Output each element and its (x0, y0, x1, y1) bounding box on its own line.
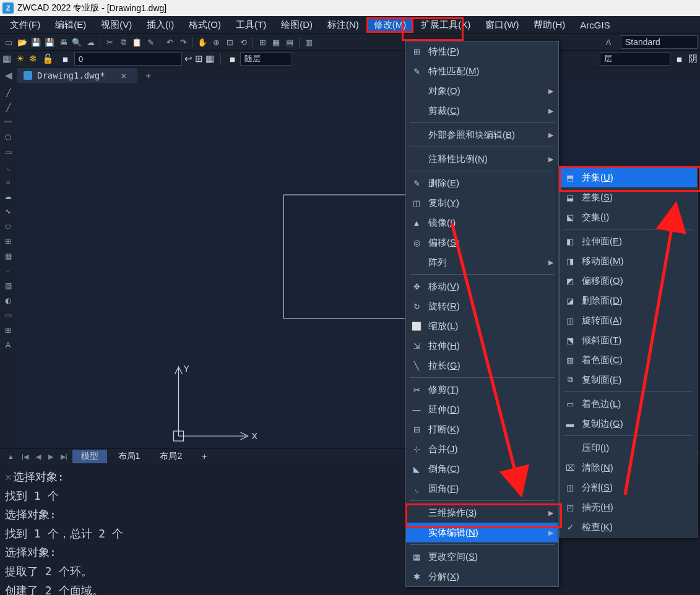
modify-menu-item[interactable]: 注释性比例(N)▶ (406, 149, 558, 169)
zoom-prev-icon[interactable]: ⟲ (237, 36, 249, 48)
solid-menu-item[interactable]: ▨着色面(C) (560, 350, 697, 370)
polygon-icon[interactable]: ⬠ (2, 132, 14, 143)
solid-menu-item[interactable]: ◫分割(S) (560, 477, 697, 497)
save-icon[interactable]: 💾 (30, 36, 42, 48)
menu-ext[interactable]: 扩展工具(X) (413, 17, 478, 33)
paste-icon[interactable]: 📋 (131, 36, 143, 48)
copy-icon[interactable]: ⧉ (117, 36, 129, 48)
solid-menu-item[interactable]: ◪删除面(D) (560, 291, 697, 310)
solid-menu-item[interactable]: ◫旋转面(A) (560, 310, 697, 330)
tabs-home-icon[interactable]: ◀ (5, 70, 12, 81)
textstyle-combo[interactable]: Standard (621, 35, 698, 49)
modify-menu-item[interactable]: —延伸(D) (406, 400, 558, 419)
modify-menu-item[interactable]: ⇲拉伸(H) (406, 336, 558, 356)
publish-icon[interactable]: ☁ (84, 36, 97, 48)
modify-menu-item[interactable]: ⊞特性(P) (406, 41, 558, 61)
table-icon[interactable]: ⊞ (2, 325, 14, 336)
layout-last-icon[interactable]: ▶| (58, 453, 70, 461)
modify-menu-item[interactable]: ◟圆角(F) (406, 479, 558, 499)
spline-icon[interactable]: ∿ (2, 206, 14, 217)
solid-menu-item[interactable]: ◩偏移面(O) (560, 271, 697, 291)
menu-dim[interactable]: 标注(N) (320, 17, 366, 33)
calc-icon[interactable]: ▥ (303, 36, 315, 48)
layout-tab-1[interactable]: 布局1 (110, 450, 149, 463)
modify-menu-item[interactable]: 阵列▶ (406, 252, 558, 272)
new-icon[interactable]: ▭ (2, 36, 15, 48)
redo-icon[interactable]: ↷ (177, 36, 189, 48)
line-icon[interactable]: ╱ (2, 87, 14, 98)
zoom-win-icon[interactable]: ⊡ (223, 36, 236, 48)
solid-menu-item[interactable]: ◧拉伸面(E) (560, 231, 697, 251)
menu-help[interactable]: 帮助(H) (526, 17, 573, 33)
region-icon[interactable]: ▭ (2, 310, 14, 321)
solid-menu-item[interactable]: ▭着色边(L) (560, 394, 697, 414)
gradient-icon[interactable]: ◐ (2, 295, 14, 306)
modify-menu-item[interactable]: 对象(O)▶ (406, 81, 558, 101)
ellipse-icon[interactable]: ⬭ (2, 221, 14, 232)
preview-icon[interactable]: 🔍 (71, 36, 83, 48)
undo-icon[interactable]: ↶ (163, 36, 176, 48)
modify-menu-item[interactable]: ✎删除(E) (406, 173, 558, 193)
close-tab-icon[interactable]: ✕ (121, 71, 126, 80)
polyline-icon[interactable]: 〰 (2, 117, 14, 128)
menu-view[interactable]: 视图(V) (93, 17, 139, 33)
modify-menu-item[interactable]: ✥移动(V) (406, 276, 558, 296)
modify-menu-item[interactable]: ✂修剪(T) (406, 380, 558, 400)
modify-menu-item[interactable]: ◫复制(Y) (406, 193, 558, 213)
solid-menu-item[interactable]: ✓检查(K) (560, 517, 697, 537)
modify-menu-item[interactable]: ⊟打断(K) (406, 419, 558, 439)
layer-state-icon[interactable]: ⊞ (195, 53, 203, 64)
modify-menu-item[interactable]: ◣倒角(C) (406, 459, 558, 479)
layout-tab-add[interactable]: + (193, 450, 215, 463)
solid-menu-item[interactable]: ⬕交集(I) (560, 207, 697, 227)
solid-menu-item[interactable]: ◨移动面(M) (560, 251, 697, 271)
menu-tools[interactable]: 工具(T) (228, 17, 274, 33)
plot-icon[interactable]: 🖶 (57, 36, 69, 48)
pan-icon[interactable]: ✋ (196, 36, 209, 48)
solid-menu-item[interactable]: 压印(I) (560, 438, 697, 458)
color-combo[interactable]: 随层 (240, 52, 292, 66)
hatch-icon[interactable]: ▨ (2, 280, 14, 291)
layer-iso-icon[interactable]: ▦ (205, 53, 214, 64)
modify-menu-item[interactable]: ◎偏移(S) (406, 233, 558, 252)
matchprop-icon[interactable]: ✎ (144, 36, 157, 48)
revcloud-icon[interactable]: ☁ (2, 191, 14, 202)
arc-icon[interactable]: ◟ (2, 161, 14, 173)
modify-menu-item[interactable]: ✎特性匹配(M) (406, 61, 558, 81)
tool-palette-icon[interactable]: ▤ (283, 36, 296, 48)
menu-window[interactable]: 窗口(W) (478, 17, 526, 33)
modify-menu-item[interactable]: ↻旋转(R) (406, 296, 558, 316)
text-icon[interactable]: A (2, 340, 14, 351)
solid-menu-item[interactable]: ⬔倾斜面(T) (560, 330, 697, 350)
layer-prev-icon[interactable]: ↩ (184, 53, 192, 64)
modify-menu-item[interactable]: ⬜缩放(L) (406, 316, 558, 336)
circle-icon[interactable]: ○ (2, 176, 14, 187)
menu-format[interactable]: 格式(O) (181, 17, 228, 33)
zoom-rt-icon[interactable]: ⊕ (210, 36, 222, 48)
new-tab-button[interactable]: ＋ (139, 69, 158, 83)
solid-menu-item[interactable]: ▬复制边(G) (560, 414, 697, 434)
modify-menu-item[interactable]: ▲镜像(I) (406, 213, 558, 233)
style-icon[interactable]: A (602, 36, 615, 48)
insert-icon[interactable]: ⊞ (2, 236, 14, 247)
modify-menu-item[interactable]: ╲拉长(G) (406, 356, 558, 375)
layer-props-icon[interactable]: ▦ (2, 53, 11, 64)
menu-insert[interactable]: 插入(I) (139, 17, 181, 33)
modify-menu-item[interactable]: ⊹合并(J) (406, 439, 558, 459)
menu-draw[interactable]: 绘图(D) (274, 17, 320, 33)
layout-tab-2[interactable]: 布局2 (151, 450, 191, 463)
solid-menu-item[interactable]: ⧉复制面(F) (560, 370, 697, 390)
lineweight-combo[interactable]: 层 (600, 52, 670, 66)
point-icon[interactable]: · (2, 265, 14, 276)
solid-menu-item[interactable]: ⬒并集(U) (560, 168, 697, 187)
xline-icon[interactable]: ╱ (2, 102, 14, 113)
modify-menu-item[interactable]: 外部参照和块编辑(B)▶ (406, 125, 558, 145)
layout-tab-model[interactable]: 模型 (72, 450, 107, 463)
modify-menu-item[interactable]: ▦更改空间(S) (406, 547, 558, 567)
solid-menu-item[interactable]: ⬓差集(S) (560, 187, 697, 207)
layer-combo[interactable]: 0 (74, 52, 182, 66)
solid-menu-item[interactable]: ◰抽壳(H) (560, 497, 697, 517)
open-icon[interactable]: 📂 (16, 36, 28, 48)
menu-edit[interactable]: 编辑(E) (48, 17, 93, 33)
document-tab[interactable]: Drawing1.dwg* ✕ (17, 68, 137, 83)
